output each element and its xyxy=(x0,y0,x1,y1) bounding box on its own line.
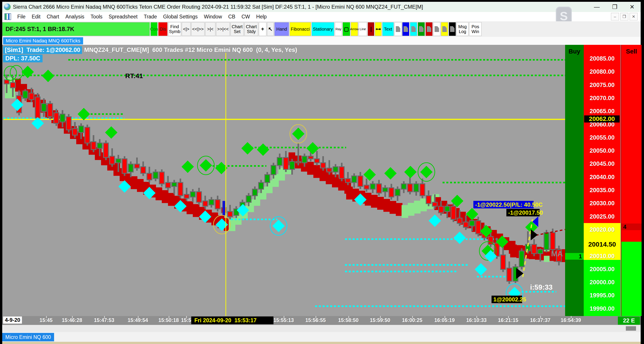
price-scale-label[interactable]: 20080.00 xyxy=(584,68,620,75)
entry-price-highlight: 20062.00 xyxy=(584,115,620,122)
price-scale-label[interactable]: 20035.00 xyxy=(584,187,620,194)
candle-body xyxy=(401,184,406,189)
chart-study-button[interactable]: Chart Stdy xyxy=(244,22,258,36)
price-scale-label[interactable]: 20065.00 xyxy=(584,108,620,115)
crosshair-button[interactable]: + xyxy=(259,22,266,36)
dom-buy-column[interactable]: Buy1 xyxy=(565,45,584,316)
ray-button[interactable]: Ray xyxy=(335,22,342,36)
position-window-button[interactable]: Pos Win xyxy=(469,22,482,36)
dom-sell-column[interactable]: Sell4 xyxy=(621,45,642,316)
dom-zone xyxy=(622,45,642,242)
menu-cw[interactable]: CW xyxy=(242,14,250,20)
chartbook-8-button[interactable] xyxy=(449,22,456,36)
price-scale-label[interactable]: 20020.00 xyxy=(584,226,620,233)
fibonacci-button[interactable]: Fibonacci xyxy=(290,22,311,36)
candle-body xyxy=(364,185,369,189)
time-axis: 4-9-20 Fri 2024-09-20 15:53:17 22 E 15:4… xyxy=(2,316,641,325)
stationary-button[interactable]: Stationary xyxy=(312,22,334,36)
minimize-button[interactable]: — xyxy=(594,4,600,11)
price-scale-label[interactable]: 20055.00 xyxy=(584,134,620,141)
ma-annotation: MA xyxy=(551,249,563,258)
mdi-close-button[interactable]: ✕ xyxy=(630,13,638,21)
horizontal-scrollbar[interactable] xyxy=(2,325,641,332)
zoom-bar-button[interactable]: <|> xyxy=(182,22,190,36)
menu-chart[interactable]: Chart xyxy=(47,14,59,20)
restore-button[interactable]: ❐ xyxy=(612,4,617,11)
price-scale-label[interactable]: 20010.00 xyxy=(584,253,620,260)
price-scale-label[interactable]: 20025.00 xyxy=(584,213,620,220)
buy-depth-cell[interactable]: 1 xyxy=(565,253,584,260)
buy-signal-diamond xyxy=(105,126,118,139)
chartbook-5-button[interactable] xyxy=(426,22,432,36)
price-scale-label[interactable]: 20045.00 xyxy=(584,160,620,167)
compress-button[interactable]: >|< xyxy=(205,22,216,36)
price-scale-label[interactable]: 20030.00 xyxy=(584,200,620,207)
chartbook-4-button[interactable] xyxy=(418,22,425,36)
pointer-button[interactable]: ↖ xyxy=(267,22,274,36)
message-log-button[interactable]: Msg Log xyxy=(456,22,468,36)
chartbook-6-button[interactable] xyxy=(433,22,440,36)
sell-depth-cell[interactable]: 4 xyxy=(622,224,642,230)
hand-button[interactable]: Hand xyxy=(274,22,289,36)
candle-body xyxy=(23,91,28,98)
rectangle-button[interactable]: ▢ xyxy=(342,22,350,36)
price-scale-label[interactable]: 20000.00 xyxy=(584,279,620,286)
candle-body xyxy=(451,206,456,219)
price-scale-label[interactable]: 20005.00 xyxy=(584,266,620,273)
connect-button[interactable]: Con xyxy=(150,22,158,36)
buy-fill-arrow xyxy=(516,268,524,279)
menu-trade[interactable]: Trade xyxy=(144,14,157,20)
tab-micro-emini-nq-600[interactable]: Micro Emini NQ 600 xyxy=(2,333,54,341)
menu-tools[interactable]: Tools xyxy=(91,14,102,20)
line-button[interactable]: Line xyxy=(358,22,367,36)
price-scale-label[interactable]: 20070.00 xyxy=(584,95,620,102)
price-chart[interactable]: RT:41MAi:59:33-1@20022.50|P/L: 40.50C-1@… xyxy=(4,45,565,316)
menu-window[interactable]: Window xyxy=(204,14,222,20)
price-scale-label[interactable]: 20050.00 xyxy=(584,147,620,154)
candle-body xyxy=(184,195,189,198)
expand-button[interactable]: >>|<< xyxy=(216,22,230,36)
trend-band xyxy=(162,190,168,203)
chartbook-2-button[interactable] xyxy=(402,22,409,36)
price-scale-label[interactable]: 20040.00 xyxy=(584,174,620,181)
time-axis-label: 15:58:50 xyxy=(338,317,358,323)
menu-edit[interactable]: Edit xyxy=(32,14,40,20)
text-tool-button[interactable]: Text xyxy=(382,22,394,36)
menu-spreadsheet[interactable]: Spreadsheet xyxy=(108,14,138,20)
measure-button[interactable]: ⊶ xyxy=(375,22,382,36)
menu-file[interactable]: File xyxy=(17,14,26,20)
scrollbar-thumb[interactable] xyxy=(626,326,636,331)
tab-mnq-600ticks[interactable]: Micro Emini Nadaq MNQ 600Ticks xyxy=(3,37,83,44)
chartbook-3-button[interactable] xyxy=(410,22,417,36)
time-axis-label: 16:05:19 xyxy=(434,317,455,323)
candle-body xyxy=(209,200,214,205)
arrow-button[interactable]: Arrow xyxy=(351,22,358,36)
price-scale-label[interactable]: 20075.00 xyxy=(584,82,620,89)
buy-signal-diamond xyxy=(404,166,417,178)
candle-body xyxy=(110,156,114,164)
price-scale-label[interactable]: 19995.00 xyxy=(584,292,620,299)
price-scale-label[interactable]: 20085.00 xyxy=(584,55,620,62)
chartbook-7-button[interactable] xyxy=(441,22,448,36)
find-symbol-button[interactable]: Find Symb xyxy=(168,22,181,36)
time-axis-label: 15:50:18 xyxy=(158,317,179,323)
menu-help[interactable]: Help xyxy=(256,14,266,20)
vertical-line-button[interactable]: | xyxy=(368,22,374,36)
chartbook-1-button[interactable] xyxy=(394,22,402,36)
mdi-restore-button[interactable]: ❐ xyxy=(620,13,628,21)
buy-signal-diamond xyxy=(420,166,432,178)
candle-body xyxy=(470,221,474,226)
disconnect-button[interactable]: Dis xyxy=(158,22,168,36)
menu-analysis[interactable]: Analysis xyxy=(66,14,84,20)
buy-signal-diamond xyxy=(364,168,376,181)
menu-global-settings[interactable]: Global Settings xyxy=(163,14,198,20)
candle-body xyxy=(246,196,251,202)
price-scale-label[interactable]: 19990.00 xyxy=(584,305,620,312)
menu-cb[interactable]: CB xyxy=(228,14,235,20)
chart-settings-button[interactable]: Chart Set xyxy=(230,22,244,36)
mdi-minimize-button[interactable]: – xyxy=(611,13,619,21)
close-button[interactable]: ✕ xyxy=(630,4,634,11)
zoom-range-button[interactable]: <<|>> xyxy=(191,22,204,36)
candle-body xyxy=(265,175,270,183)
candle-body xyxy=(29,93,34,100)
